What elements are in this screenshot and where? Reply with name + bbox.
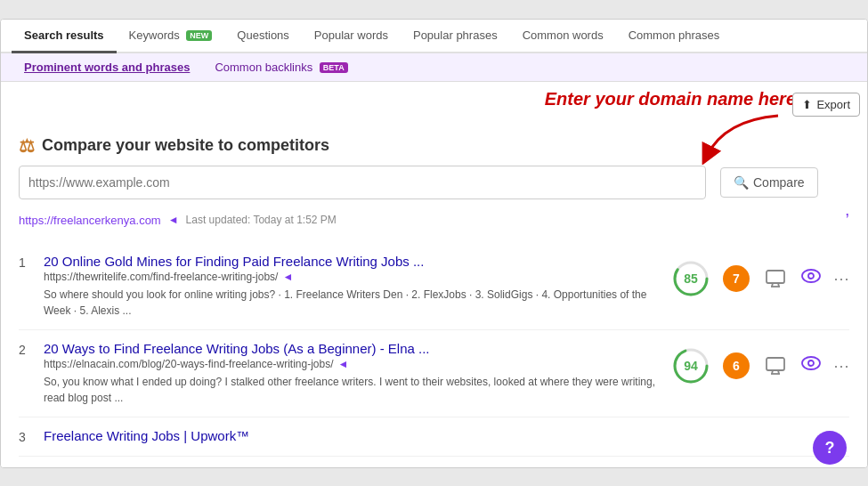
result-url-row: https://elnacain.com/blog/20-ways-find-f… <box>44 358 661 370</box>
result-url-row: https://thewritelife.com/find-freelance-… <box>44 271 661 283</box>
compare-button[interactable]: 🔍 Compare <box>720 167 818 198</box>
compare-domain-input[interactable] <box>28 166 696 198</box>
result-body: Freelance Writing Jobs | Upwork™ <box>44 428 849 445</box>
tab-keywords[interactable]: Keywords NEW <box>117 20 225 53</box>
result-body: 20 Ways to Find Freelance Writing Jobs (… <box>44 341 661 406</box>
main-content: Enter your domain name here ⬆ Export ⚖ C… <box>1 82 867 467</box>
svg-point-7 <box>808 273 814 279</box>
monitor-icon[interactable] <box>762 352 789 379</box>
tabs-row1: Search results Keywords NEW Questions Po… <box>1 20 867 53</box>
loading-spinner: ’ <box>846 210 849 231</box>
signal-icon: ◄ <box>168 214 179 226</box>
export-button[interactable]: ⬆ Export <box>792 93 860 117</box>
main-window: Search results Keywords NEW Questions Po… <box>0 19 868 468</box>
result-signal-icon: ◄ <box>282 271 293 283</box>
result-url: https://elnacain.com/blog/20-ways-find-f… <box>44 358 333 370</box>
result-number: 3 <box>19 430 33 444</box>
result-url: https://thewritelife.com/find-freelance-… <box>44 271 278 283</box>
result-item: 1 20 Online Gold Mines for Finding Paid … <box>19 243 849 330</box>
compare-input-row <box>19 166 706 199</box>
tooltip-arrow <box>689 111 796 165</box>
backlinks-beta-badge: BETA <box>320 62 348 73</box>
svg-point-14 <box>802 357 820 369</box>
result-number: 1 <box>19 255 33 270</box>
result-number: 2 <box>19 343 33 357</box>
result-snippet: So, you know what I ended up doing? I st… <box>44 374 661 406</box>
result-title-link[interactable]: 20 Ways to Find Freelance Writing Jobs (… <box>44 341 661 356</box>
more-options-icon[interactable]: ⋯ <box>833 356 849 376</box>
tab-questions[interactable]: Questions <box>224 20 302 53</box>
tab-prominent-words[interactable]: Prominent words and phrases <box>12 53 202 81</box>
eye-icon[interactable] <box>801 356 821 375</box>
svg-rect-10 <box>767 358 784 370</box>
result-body: 20 Online Gold Mines for Finding Paid Fr… <box>44 254 661 319</box>
keywords-new-badge: NEW <box>186 30 212 41</box>
result-metrics: 94 6 ⋯ <box>671 346 849 385</box>
result-metrics: 85 7 ⋯ <box>671 259 849 298</box>
result-item: 2 20 Ways to Find Freelance Writing Jobs… <box>19 330 849 417</box>
tabs-row2: Prominent words and phrases Common backl… <box>1 53 867 82</box>
score-badge-6: 6 <box>723 352 750 379</box>
result-snippet: So where should you look for online writ… <box>44 287 661 319</box>
tab-common-words[interactable]: Common words <box>510 20 616 53</box>
svg-rect-2 <box>767 271 784 283</box>
scale-icon: ⚖ <box>19 135 35 157</box>
monitor-icon[interactable] <box>762 265 789 292</box>
tab-common-phrases[interactable]: Common phrases <box>616 20 733 53</box>
site-info: https://freelancerkenya.com ◄ Last updat… <box>19 210 849 231</box>
help-button[interactable]: ? <box>813 431 847 465</box>
tooltip-text: Enter your domain name here <box>545 89 796 109</box>
tab-popular-words[interactable]: Popular words <box>302 20 401 53</box>
export-icon: ⬆ <box>802 98 812 111</box>
result-title-link[interactable]: Freelance Writing Jobs | Upwork™ <box>44 428 849 443</box>
result-title-link[interactable]: 20 Online Gold Mines for Finding Paid Fr… <box>44 254 661 269</box>
more-options-icon[interactable]: ⋯ <box>833 269 849 288</box>
tab-common-backlinks[interactable]: Common backlinks BETA <box>202 53 360 81</box>
search-icon: 🔍 <box>734 175 749 190</box>
score-badge-7: 7 <box>723 265 750 292</box>
site-link[interactable]: https://freelancerkenya.com <box>19 214 161 227</box>
svg-point-6 <box>802 270 820 282</box>
result-item: 3 Freelance Writing Jobs | Upwork™ <box>19 417 849 457</box>
tooltip-area: Enter your domain name here <box>545 89 796 165</box>
tab-popular-phrases[interactable]: Popular phrases <box>401 20 510 53</box>
last-updated: Last updated: Today at 1:52 PM <box>186 214 337 226</box>
eye-icon[interactable] <box>801 269 821 288</box>
score-circle-85: 85 <box>671 259 710 298</box>
svg-point-15 <box>808 360 814 366</box>
compare-row: 🔍 Compare <box>19 166 849 199</box>
export-label: Export <box>816 98 850 111</box>
tab-search-results[interactable]: Search results <box>12 20 117 53</box>
result-signal-icon: ◄ <box>337 358 348 370</box>
score-circle-94: 94 <box>671 346 710 385</box>
